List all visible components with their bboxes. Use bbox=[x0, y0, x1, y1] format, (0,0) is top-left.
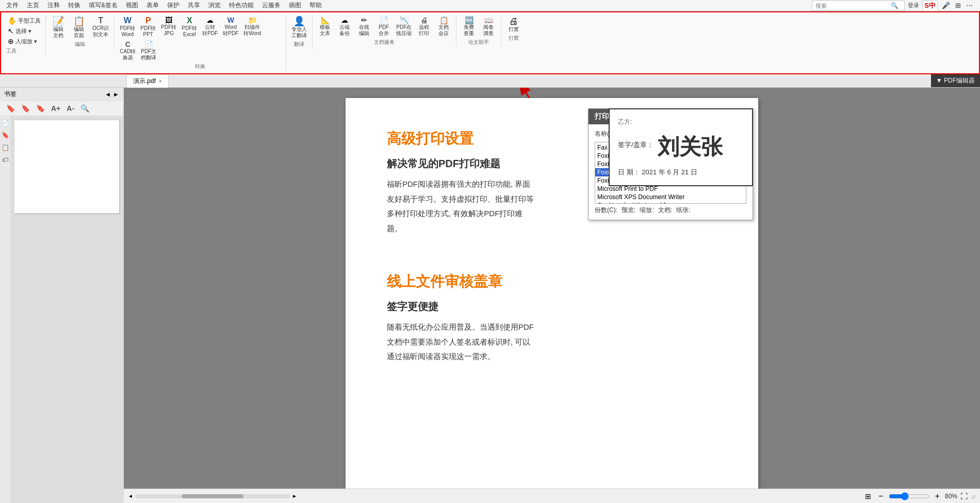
menu-item-file[interactable]: 文件 bbox=[2, 0, 23, 11]
jpg-icon: 🖼 bbox=[165, 17, 172, 24]
ocr-button[interactable]: T OCR识别文本 bbox=[90, 15, 111, 40]
font-increase-icon[interactable]: A+ bbox=[49, 103, 62, 113]
paper-label: 纸张: bbox=[676, 206, 690, 215]
scroll-left-icon[interactable]: ◄ bbox=[128, 493, 133, 499]
print-button[interactable]: 🖨 打窝 bbox=[504, 15, 523, 34]
pdf-merge-button[interactable]: 📄 PDF合并 bbox=[374, 15, 393, 38]
scan-to-word-button[interactable]: 📁 扫描件转Word bbox=[241, 15, 263, 39]
font-decrease-icon[interactable]: A- bbox=[64, 103, 76, 113]
pdf-to-ppt-button[interactable]: P PDF转PPT bbox=[138, 15, 158, 39]
search-input[interactable] bbox=[815, 3, 887, 9]
pdf-tab[interactable]: 演示.pdf × bbox=[126, 74, 169, 88]
signature-party: 乙方: bbox=[618, 118, 744, 126]
online-edit-button[interactable]: ✏ 在线编辑 bbox=[355, 15, 373, 38]
comment-nav-icon[interactable]: 📋 bbox=[1, 143, 10, 152]
signature-box: 乙方: 签字/盖章： 刘关张 日 期： 2021 年 6 月 21 日 bbox=[609, 108, 753, 186]
pdf-compress-button[interactable]: 📉 PDF在线压缩 bbox=[394, 15, 414, 38]
pdf-translate-button[interactable]: 📄 PDF文档翻译 bbox=[139, 40, 158, 62]
menu-item-view[interactable]: 视图 bbox=[122, 0, 142, 11]
zoom-in-button[interactable]: + bbox=[933, 492, 942, 501]
printer-item-onenote[interactable]: OneNote for Windows 10 bbox=[595, 201, 746, 204]
pdf-compress-label: PDF在线压缩 bbox=[396, 24, 412, 37]
sign-label: 签字/盖章： bbox=[618, 140, 654, 150]
pdf-translate-label: PDF文档翻译 bbox=[141, 48, 156, 61]
tag-nav-icon[interactable]: 🏷 bbox=[1, 155, 9, 165]
remote-print-button[interactable]: 🖨 远程打印 bbox=[415, 15, 433, 38]
section1-subtitle: 解决常见的PDF打印难题 bbox=[387, 157, 536, 171]
thumbnail-view-icon[interactable]: ⊞ bbox=[863, 492, 873, 500]
bookmark-add-icon[interactable]: 🔖 bbox=[19, 103, 32, 113]
printer-item-ms-xps[interactable]: Microsoft XPS Document Writer bbox=[595, 193, 746, 201]
pdf-to-excel-button[interactable]: X PDF转Excel bbox=[179, 15, 199, 39]
zoom-tool-button[interactable]: ⊕ 入缩放 ▾ bbox=[6, 36, 42, 46]
menu-item-protect[interactable]: 保护 bbox=[163, 0, 184, 11]
zoom-controls: ⊞ − + 80% ⛶ ⊿ bbox=[863, 492, 976, 501]
pdf-to-ppt-label: PDF转PPT bbox=[140, 25, 156, 38]
page-thumbnail[interactable] bbox=[14, 120, 119, 213]
menu-item-browse[interactable]: 浏览 bbox=[204, 0, 225, 11]
convert-group-label: 转换 bbox=[195, 63, 205, 70]
excel-icon: X bbox=[187, 17, 192, 25]
cloud-convert-button[interactable]: ☁ 云转转PDF bbox=[200, 15, 220, 39]
hand-tool-button[interactable]: ✋ 手型工具 bbox=[6, 15, 42, 26]
menu-item-cloud[interactable]: 云服务 bbox=[258, 0, 285, 11]
bookmark-icon[interactable]: 🔖 bbox=[4, 103, 17, 113]
sidebar-nav-prev[interactable]: ◄ bbox=[105, 91, 111, 98]
menu-item-home[interactable]: 主页 bbox=[23, 0, 43, 11]
menu-item-share[interactable]: 共享 bbox=[184, 0, 204, 11]
select-tool-button[interactable]: ↖ 选择 ▾ bbox=[6, 26, 42, 36]
signature-name: 刘关张 bbox=[658, 133, 723, 161]
cad-convert-button[interactable]: C CAD转换器 bbox=[118, 40, 138, 62]
free-check-button[interactable]: 🆓 免费查重 bbox=[460, 15, 478, 38]
chinese-input-icon[interactable]: S中 bbox=[922, 0, 938, 11]
template-button[interactable]: 📐 模板文库 bbox=[316, 15, 334, 38]
bookmark-nav-icon[interactable]: 🔖 bbox=[1, 131, 10, 140]
word-to-pdf-button[interactable]: W Word转PDF bbox=[221, 15, 240, 39]
menu-item-special[interactable]: 特色功能 bbox=[225, 0, 258, 11]
pro-translate-button[interactable]: 👤 专业人工翻译 bbox=[289, 15, 309, 40]
sidebar-search-icon[interactable]: 🔍 bbox=[78, 103, 91, 113]
bookmark-remove-icon[interactable]: 🔖 bbox=[34, 103, 47, 113]
template-label: 模板文库 bbox=[320, 24, 330, 37]
more-icon[interactable]: ⋯ bbox=[965, 1, 974, 10]
scroll-right-icon[interactable]: ► bbox=[292, 493, 297, 499]
menu-item-sign[interactable]: 填写&签名 bbox=[85, 0, 122, 11]
horizontal-scrollbar[interactable]: ◄ ► bbox=[128, 493, 863, 499]
page-nav-icon[interactable]: 📄 bbox=[1, 118, 10, 127]
pdf-to-word-button[interactable]: W PDF转Word bbox=[118, 15, 137, 39]
hand-icon: ✋ bbox=[8, 17, 17, 25]
sidebar-nav-next[interactable]: ► bbox=[113, 91, 119, 98]
menu-item-insert[interactable]: 插图 bbox=[285, 0, 305, 11]
pdf-to-jpg-button[interactable]: 🖼 PDF转JPG bbox=[159, 15, 178, 39]
menu-item-form[interactable]: 表单 bbox=[142, 0, 163, 11]
fullscreen-button[interactable]: ⛶ bbox=[960, 492, 968, 500]
pdf-viewer[interactable]: 高级打印设置 解决常见的PDF打印难题 福昕PDF阅读器拥有强大的打印功能, 界… bbox=[124, 88, 980, 503]
edit-page-label: 编辑页面 bbox=[74, 26, 84, 39]
bottom-bar: ◄ ► ⊞ − + 80% ⛶ ⊿ bbox=[124, 489, 980, 503]
menu-item-help[interactable]: 帮助 bbox=[305, 0, 326, 11]
zoom-value-text: 80% bbox=[945, 493, 957, 500]
login-button[interactable]: 登录 bbox=[908, 2, 919, 9]
cloud-backup-label: 云端备份 bbox=[339, 24, 350, 37]
zoom-value: 80% bbox=[945, 493, 957, 500]
pdf-to-word-label: PDF转Word bbox=[120, 25, 135, 38]
search-bar[interactable]: 🔍 bbox=[812, 1, 905, 11]
doc-meeting-label: 文档会议 bbox=[438, 24, 449, 37]
edit-doc-button[interactable]: 📝 编辑文档 bbox=[49, 15, 68, 40]
grid-icon[interactable]: ⊞ bbox=[954, 1, 962, 10]
zoom-dialog-label: 缩放: bbox=[640, 206, 654, 215]
doc-meeting-button[interactable]: 📋 文档会议 bbox=[434, 15, 453, 38]
sidebar-content: 📄 🔖 📋 🏷 bbox=[0, 116, 123, 503]
edit-page-button[interactable]: 📋 编辑页面 bbox=[70, 15, 88, 40]
cloud-backup-button[interactable]: ☁ 云端备份 bbox=[335, 15, 354, 38]
zoom-out-button[interactable]: − bbox=[876, 492, 885, 501]
zoom-slider[interactable] bbox=[889, 492, 930, 500]
mic-icon[interactable]: 🎤 bbox=[941, 1, 951, 10]
scroll-track[interactable] bbox=[135, 494, 290, 498]
menu-item-convert[interactable]: 转换 bbox=[64, 0, 85, 11]
tab-close-button[interactable]: × bbox=[159, 78, 162, 84]
ribbon: ✋ 手型工具 ↖ 选择 ▾ ⊕ 入缩放 ▾ 工具 📝 编辑文档 📋 bbox=[0, 11, 980, 74]
pdf-editor-panel-button[interactable]: ▼ PDF编辑器 bbox=[931, 74, 980, 87]
menu-item-annotate[interactable]: 注释 bbox=[43, 0, 64, 11]
survey-button[interactable]: 📖 阅卷调查 bbox=[479, 15, 498, 38]
